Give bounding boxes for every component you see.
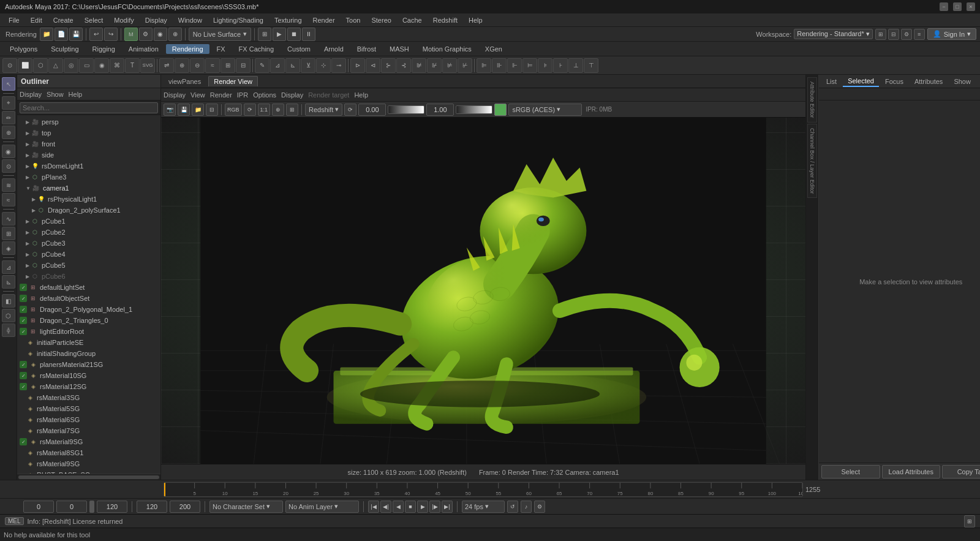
menu-render[interactable]: Render — [308, 15, 340, 25]
bc-anim-layer-dropdown[interactable]: No Anim Layer ▾ — [285, 501, 359, 513]
rvm-view[interactable]: View — [190, 91, 205, 99]
mel-tag[interactable]: MEL — [5, 517, 24, 525]
shelf-plane[interactable]: ▭ — [79, 58, 94, 73]
ae-select-button[interactable]: Select — [821, 465, 880, 479]
tool-snap[interactable]: ⊙ — [2, 159, 15, 173]
shelf-extra-7[interactable]: ⊥ — [568, 58, 583, 73]
outliner-item-rsmaterial3sg[interactable]: ◈ rsMaterial3SG — [17, 392, 160, 403]
menu-texturing[interactable]: Texturing — [270, 15, 307, 25]
shelf-cone[interactable]: △ — [48, 58, 63, 73]
tool-extra-2[interactable]: ⊾ — [2, 275, 15, 289]
bc-char-set-dropdown[interactable]: No Character Set ▾ — [209, 501, 283, 513]
rt-gain-input[interactable] — [426, 104, 454, 116]
menu-select[interactable]: Select — [80, 15, 108, 25]
outliner-item-lighteditorroot[interactable]: ✓ ⊞ lightEditorRoot — [17, 326, 160, 337]
play-to-end[interactable]: ▶| — [442, 501, 453, 513]
ae-tab-help[interactable]: Help — [977, 77, 980, 86]
tab-motion-graphics[interactable]: Motion Graphics — [417, 44, 478, 54]
outliner-item-dragon-poly[interactable]: ✓ ⊞ Dragon_2_Polygonal_Model_1 — [17, 304, 160, 315]
tab-fx[interactable]: FX — [211, 44, 232, 54]
menu-help[interactable]: Help — [464, 15, 488, 25]
rt-renderer-dropdown[interactable]: Redshift ▾ — [305, 104, 342, 116]
tab-arnold[interactable]: Arnold — [318, 44, 350, 54]
menu-toon[interactable]: Toon — [341, 15, 366, 25]
tool-extra-3[interactable]: ◧ — [2, 294, 15, 308]
outliner-item-pcube1[interactable]: ▶ ⬡ pCube1 — [17, 216, 160, 227]
rvm-render[interactable]: Render — [210, 91, 232, 99]
tool-paint[interactable]: ✏ — [2, 111, 15, 124]
toolbar-btn-6[interactable]: M — [124, 28, 138, 41]
outliner-item-persp[interactable]: ▶ 🎥 persp — [17, 116, 160, 127]
rt-btn-refresh[interactable]: ⟳ — [244, 104, 256, 116]
workspace-dropdown[interactable]: Rendering - Standard* ▾ — [794, 29, 873, 39]
ae-copy-tab-button[interactable]: Copy Tab — [942, 465, 980, 479]
outliner-item-rsmaterial9sg[interactable]: ✓ ◈ rsMaterial9SG — [17, 436, 160, 447]
shelf-render-7[interactable]: ⊭ — [442, 58, 457, 73]
outliner-item-pcube5[interactable]: ▶ ⬡ pCube5 — [17, 260, 160, 271]
mel-expand-btn[interactable]: ⊞ — [964, 515, 975, 528]
shelf-extra-1[interactable]: ⊫ — [477, 58, 491, 73]
outliner-item-dragon2[interactable]: ▶ ⬡ Dragon_2_polySurface1 — [17, 205, 160, 216]
shelf-tool-5[interactable]: ⊹ — [316, 58, 331, 73]
toolbar-btn-1[interactable]: 📁 — [40, 28, 53, 41]
tab-polygons[interactable]: Polygons — [4, 44, 43, 54]
tool-lattice[interactable]: ⊞ — [2, 227, 15, 240]
tool-select[interactable]: ↖ — [2, 77, 15, 91]
tab-rigging[interactable]: Rigging — [86, 44, 121, 54]
tab-xgen[interactable]: XGen — [479, 44, 508, 54]
outliner-item-planersmaterial21sg[interactable]: ✓ ◈ planersMaterial21SG — [17, 359, 160, 370]
tool-extra-1[interactable]: ⊿ — [2, 260, 15, 274]
bc-mute-btn[interactable]: ♪ — [521, 501, 532, 513]
play-step-forward[interactable]: |▶ — [429, 501, 440, 513]
tab-custom[interactable]: Custom — [281, 44, 317, 54]
tab-sculpting[interactable]: Sculpting — [45, 44, 85, 54]
menu-display[interactable]: Display — [140, 15, 172, 25]
shelf-extra-2[interactable]: ⊪ — [492, 58, 507, 73]
bc-frame-slider[interactable] — [89, 501, 94, 513]
outliner-item-pcube6[interactable]: ▶ ⬡ pCube6 — [17, 271, 160, 282]
shelf-disc[interactable]: ◉ — [94, 58, 109, 73]
shelf-sphere[interactable]: ⊙ — [2, 58, 17, 73]
ae-tab-selected[interactable]: Selected — [843, 76, 879, 87]
tool-extra-4[interactable]: ⬡ — [2, 309, 15, 322]
shelf-text[interactable]: T — [125, 58, 140, 73]
outliner-item-pcube2[interactable]: ▶ ⬡ pCube2 — [17, 227, 160, 238]
bc-range-start-input[interactable] — [137, 501, 167, 513]
bc-range-end-input[interactable] — [170, 501, 200, 513]
shelf-render-4[interactable]: ⊰ — [396, 58, 411, 73]
rv-tab-viewpanes[interactable]: viewPanes — [164, 77, 206, 86]
tab-bifrost[interactable]: Bifrost — [351, 44, 382, 54]
play-to-start[interactable]: |◀ — [368, 501, 379, 513]
menu-window[interactable]: Window — [173, 15, 207, 25]
rt-btn-fit[interactable]: ⊞ — [286, 104, 298, 116]
outliner-item-rustbasesg[interactable]: ◈ RUST_BASE_SG — [17, 469, 160, 474]
rvm-display[interactable]: Display — [164, 91, 186, 99]
timeline-ruler[interactable]: 0 5 10 15 20 25 30 35 40 45 50 55 60 65 — [164, 482, 803, 497]
tool-extra-5[interactable]: ╬ — [2, 323, 15, 337]
rvm-display2[interactable]: Display — [281, 91, 303, 99]
tool-manip[interactable]: ⊕ — [2, 126, 15, 139]
tool-show[interactable]: ◉ — [2, 145, 15, 158]
tab-rendering[interactable]: Rendering — [166, 44, 209, 54]
shelf-svg[interactable]: SVG — [140, 58, 155, 73]
rvm-rendertarget[interactable]: Render target — [308, 91, 349, 99]
rvm-help[interactable]: Help — [354, 91, 368, 99]
maximize-button[interactable]: □ — [953, 2, 962, 11]
toolbar-btn-2[interactable]: 📄 — [55, 28, 68, 41]
play-step-back[interactable]: ◀| — [380, 501, 391, 513]
rt-btn-rgb[interactable]: RGB — [225, 104, 242, 116]
shelf-render-1[interactable]: ⊳ — [350, 58, 365, 73]
play-stop[interactable]: ■ — [405, 501, 416, 513]
bc-fps-dropdown[interactable]: 24 fps ▾ — [462, 501, 505, 513]
outliner-display[interactable]: Display — [20, 91, 42, 98]
outliner-search-input[interactable] — [20, 102, 158, 113]
shelf-extra-8[interactable]: ⊤ — [584, 58, 598, 73]
ws-icon-2[interactable]: ⊟ — [888, 29, 899, 40]
outliner-item-rsmaterial10sg[interactable]: ✓ ◈ rsMaterial10SG — [17, 370, 160, 381]
close-button[interactable]: × — [967, 2, 975, 11]
shelf-smooth[interactable]: ≈ — [205, 58, 220, 73]
outliner-item-side[interactable]: ▶ 🎥 side — [17, 149, 160, 161]
rt-color-btn[interactable] — [494, 104, 507, 116]
timeline-area[interactable]: 0 5 10 15 20 25 30 35 40 45 50 55 60 65 — [0, 480, 980, 498]
toolbar-btn-3[interactable]: 💾 — [69, 28, 83, 41]
